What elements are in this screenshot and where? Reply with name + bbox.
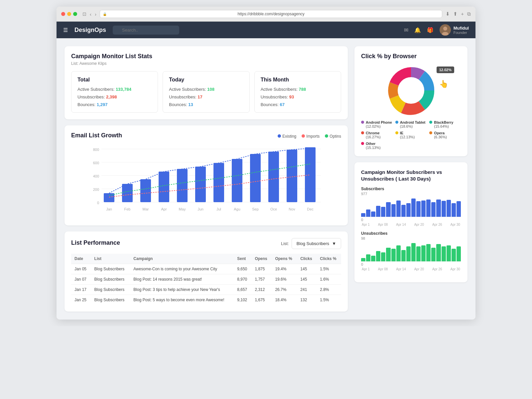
performance-table: Date List Campaign Sent Opens Opens % Cl…: [71, 254, 341, 305]
cell-sent: 8,970: [234, 274, 251, 285]
user-role: Founder: [454, 31, 469, 35]
browser-chart-title: Click % by Browser: [361, 53, 461, 60]
perf-header: List Performance List: Blog Subscribers …: [71, 238, 341, 249]
svg-text:May: May: [179, 207, 186, 211]
legend-chrome: Chrome(16.27%): [361, 131, 393, 139]
cell-date: Jan 05: [71, 264, 91, 274]
subs-bar: [391, 204, 396, 217]
svg-rect-17: [177, 169, 188, 202]
search-input[interactable]: [113, 26, 179, 35]
sidebar-toggle-icon[interactable]: ⊡: [82, 11, 86, 17]
svg-text:400: 400: [93, 174, 99, 178]
table-row: Jan 05 Blog Subscribers Awesome-Con is c…: [71, 264, 341, 274]
traffic-lights: [61, 12, 77, 16]
subs-bar: [442, 201, 446, 217]
stat-box-month: This Month Active Subscribers: 788 Unsub…: [254, 71, 341, 113]
list-dropdown[interactable]: Blog Subscribers ▼: [292, 238, 341, 249]
chart-legend: Existing Imports Optins: [278, 134, 341, 139]
unsubs-bar: [442, 246, 446, 261]
browser-titlebar: ⊡ ‹ › https://dribbble.com/designopsagen…: [57, 7, 475, 22]
url-bar[interactable]: https://dribbble.com/designopsagency: [100, 10, 442, 18]
cell-clicks-pct: 1.5%: [317, 295, 341, 305]
unsubscribes-chart-section: Unsubscribes 98 0 Apr 1 Apr 08 Apr 14 Ap…: [361, 231, 461, 271]
maximize-button[interactable]: [73, 12, 77, 16]
svg-rect-13: [104, 193, 114, 202]
svg-rect-16: [159, 172, 169, 202]
table-header: Date List Campaign Sent Opens Opens % Cl…: [71, 254, 341, 264]
back-icon[interactable]: ‹: [90, 11, 91, 17]
chevron-down-icon: ▼: [332, 241, 336, 246]
month-active-value: 788: [299, 87, 306, 92]
subs-bar: [431, 202, 436, 217]
subs-bar: [457, 201, 461, 217]
month-active: Active Subscribers: 788: [261, 87, 335, 92]
forward-icon[interactable]: ›: [95, 11, 96, 17]
cell-date: Jan 25: [71, 295, 91, 305]
close-button[interactable]: [61, 12, 65, 16]
main-content: Campaign Monitor List Stats List: Awesom…: [57, 38, 475, 320]
minimize-button[interactable]: [67, 12, 71, 16]
hamburger-icon[interactable]: ☰: [63, 27, 68, 33]
svg-point-37: [398, 77, 424, 104]
today-bounces: Bounces: 13: [169, 102, 243, 107]
performance-table-wrap[interactable]: Date List Campaign Sent Opens Opens % Cl…: [71, 254, 341, 305]
cell-clicks: 145: [297, 264, 317, 274]
svg-text:Oce: Oce: [270, 207, 277, 211]
svg-text:800: 800: [93, 148, 99, 152]
legend-other: Other(15.13%): [361, 142, 393, 150]
list-selected-value: Blog Subscribers: [297, 241, 329, 246]
subs-bar: [371, 211, 375, 217]
app-logo: DesignOps: [74, 27, 106, 34]
copy-icon[interactable]: ⧉: [467, 11, 471, 17]
browser-chart-card: Click % by Browser: [354, 46, 467, 156]
svg-rect-14: [122, 184, 133, 202]
stat-box-total: Total Active Subscribers: 133,784 Unsubs…: [71, 71, 158, 113]
table-row: Jan 07 Blog Subscribers Blog Post: 14 re…: [71, 274, 341, 285]
month-bounces-value: 67: [280, 102, 284, 107]
unsubs-bar: [401, 250, 406, 261]
month-unsubs: Unsubscribes: 93: [261, 94, 335, 99]
donut-svg: [384, 64, 438, 117]
browser-legend: Android Phone(12.02%) Android Tablet(18.…: [361, 120, 461, 150]
gift-icon[interactable]: 🎁: [427, 27, 434, 33]
unsubs-bar: [366, 254, 370, 261]
svg-rect-15: [140, 179, 151, 202]
total-bounces: Bounces: 1,297: [77, 102, 152, 107]
subs-bar: [426, 200, 431, 217]
unsubs-bar: [396, 245, 401, 261]
svg-rect-19: [213, 163, 224, 202]
browser-window: ⊡ ‹ › https://dribbble.com/designopsagen…: [57, 7, 475, 320]
subscribers-bar-chart: [361, 197, 461, 217]
cell-clicks-pct: 2.8%: [317, 285, 341, 295]
subs-bar: [436, 200, 441, 217]
legend-opera: Opera(6.36%): [429, 131, 461, 139]
subs-bar: [361, 213, 365, 217]
today-bounces-value: 13: [188, 102, 193, 107]
cursor-icon: 👆: [439, 80, 448, 88]
user-area: Mufidul Founder: [440, 24, 469, 36]
today-label: Today: [169, 77, 243, 83]
perf-title: List Performance: [71, 239, 120, 246]
browser-nav-icons: ⊡: [82, 11, 86, 17]
svg-text:Mar: Mar: [143, 207, 149, 211]
download-icon[interactable]: ⬇: [446, 11, 450, 17]
email-growth-card: Email List Growth Existing Imports Optin…: [65, 125, 348, 225]
table-header-row: Date List Campaign Sent Opens Opens % Cl…: [71, 254, 341, 264]
bell-icon[interactable]: 🔔: [414, 27, 421, 33]
svg-text:Feb: Feb: [124, 207, 131, 211]
subscribers-x-labels: Apr 1 Apr 08 Apr 14 Apr 20 Apr 26 Apr 30: [361, 223, 461, 226]
share-icon[interactable]: ⬆: [453, 11, 458, 17]
unsubs-bar: [452, 249, 456, 261]
cell-opens: 2,312: [251, 285, 272, 295]
left-column: Campaign Monitor List Stats List: Awesom…: [65, 46, 348, 312]
svg-text:200: 200: [93, 188, 99, 192]
svg-rect-20: [232, 159, 242, 202]
mail-icon[interactable]: ✉: [404, 27, 408, 33]
new-tab-icon[interactable]: +: [461, 11, 464, 17]
svg-point-1: [443, 27, 447, 31]
list-selector-area: List: Blog Subscribers ▼: [281, 238, 341, 249]
col-opens: Opens: [251, 254, 272, 264]
svg-rect-23: [287, 150, 297, 202]
chart-header: Email List Growth Existing Imports Optin…: [71, 132, 341, 140]
col-date: Date: [71, 254, 91, 264]
